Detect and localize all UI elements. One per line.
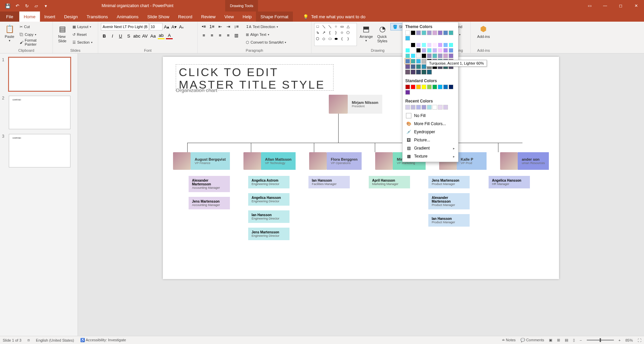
- font-size-input[interactable]: [150, 23, 163, 30]
- color-swatch[interactable]: [443, 105, 448, 110]
- linespacing-icon[interactable]: ↕≡: [233, 23, 240, 30]
- zoom-out-icon[interactable]: −: [580, 338, 582, 342]
- reset-button[interactable]: ↺Reset: [70, 31, 94, 38]
- decrease-font-icon[interactable]: A▾: [171, 23, 177, 30]
- color-swatch[interactable]: [416, 43, 421, 47]
- slide-thumbnail-2[interactable]: CONTOSO: [9, 96, 70, 129]
- numbering-icon[interactable]: 1≡: [209, 23, 215, 30]
- color-swatch[interactable]: [422, 30, 426, 35]
- color-swatch[interactable]: [405, 53, 410, 58]
- tab-insert[interactable]: Insert: [40, 12, 60, 22]
- color-swatch[interactable]: [422, 105, 426, 110]
- slide-canvas-area[interactable]: CLICK TO EDIT MASTER TITLE STYLE Organiz…: [78, 53, 644, 336]
- color-swatch[interactable]: [449, 53, 453, 58]
- smartart-button[interactable]: ⬡Convert to SmartArt▾: [244, 39, 288, 46]
- columns-icon[interactable]: ▥: [233, 32, 240, 39]
- color-swatch[interactable]: [427, 30, 432, 35]
- org-vp[interactable]: ander sonuman Resources: [500, 152, 549, 170]
- undo-icon[interactable]: ↶: [14, 3, 20, 9]
- shapes-gallery[interactable]: □＼＼○▭△ ↳↗{}☆⬠ ⬡◇⬭⬬(): [314, 23, 357, 46]
- clear-format-icon[interactable]: Aₓ: [178, 23, 185, 30]
- color-swatch[interactable]: [443, 30, 448, 35]
- org-sub-card[interactable]: Alexander MartenssonAccounting Manager: [189, 176, 230, 192]
- color-swatch[interactable]: [449, 43, 453, 47]
- color-swatch[interactable]: [427, 53, 432, 58]
- eyedropper-item[interactable]: 💉Eyedropper: [403, 128, 458, 136]
- fontcolor-icon[interactable]: A: [166, 32, 173, 39]
- color-swatch[interactable]: [427, 105, 432, 110]
- color-swatch[interactable]: [411, 105, 415, 110]
- align-center-icon[interactable]: ≡: [209, 32, 215, 39]
- normal-view-icon[interactable]: ▣: [549, 338, 552, 342]
- color-swatch[interactable]: [432, 53, 437, 58]
- picture-item[interactable]: 🖼Picture...: [403, 136, 458, 144]
- color-swatch[interactable]: [405, 30, 410, 35]
- no-fill-item[interactable]: No Fill: [403, 112, 458, 120]
- font-name-input[interactable]: [101, 23, 149, 30]
- color-swatch[interactable]: [427, 48, 432, 53]
- justify-icon[interactable]: ≡: [225, 32, 232, 39]
- increase-indent-icon[interactable]: ⇥: [225, 23, 232, 30]
- color-swatch[interactable]: [405, 43, 410, 47]
- color-swatch[interactable]: [432, 30, 437, 35]
- paste-button[interactable]: 📋Paste▾: [3, 23, 16, 43]
- sorter-view-icon[interactable]: ⊞: [557, 338, 560, 342]
- org-sub-card[interactable]: Ian HanssonFacilities Manager: [308, 176, 350, 188]
- org-sub-card[interactable]: Jens MartenssonEngineering Director: [248, 228, 289, 240]
- gradient-item[interactable]: ▨Gradient: [403, 144, 458, 152]
- color-swatch[interactable]: [422, 48, 426, 53]
- bold-icon[interactable]: B: [101, 32, 108, 39]
- tab-transitions[interactable]: Transitions: [82, 12, 112, 22]
- color-swatch[interactable]: [449, 48, 453, 53]
- tab-help[interactable]: Help: [238, 12, 256, 22]
- color-swatch[interactable]: [438, 30, 443, 35]
- color-swatch[interactable]: [427, 70, 432, 74]
- charspacing-icon[interactable]: AV: [142, 32, 148, 39]
- minimize-icon[interactable]: —: [597, 0, 613, 12]
- color-swatch[interactable]: [405, 90, 410, 95]
- org-sub-card[interactable]: Ian HanssonProduct Manager: [428, 214, 470, 227]
- text-direction-button[interactable]: ↧AText Direction▾: [244, 23, 288, 30]
- tab-shape-format[interactable]: Shape Format: [256, 12, 293, 22]
- strike-icon[interactable]: S: [125, 32, 132, 39]
- redo-icon[interactable]: ↻: [24, 3, 30, 9]
- color-swatch[interactable]: [422, 53, 426, 58]
- tell-me-search[interactable]: 💡 Tell me what you want to do: [303, 14, 365, 19]
- italic-icon[interactable]: I: [109, 32, 116, 39]
- org-sub-card[interactable]: Angelica HanssonHR Manager: [489, 176, 530, 188]
- color-swatch[interactable]: [438, 85, 443, 89]
- color-swatch[interactable]: [438, 105, 443, 110]
- slide-counter[interactable]: Slide 1 of 3: [3, 338, 21, 342]
- zoom-level[interactable]: 85%: [625, 338, 633, 342]
- quick-styles-button[interactable]: ◔Quick Styles: [375, 23, 389, 44]
- tab-design[interactable]: Design: [60, 12, 82, 22]
- spellcheck-icon[interactable]: ⧈: [27, 338, 30, 342]
- increase-font-icon[interactable]: A▴: [163, 23, 170, 30]
- new-slide-button[interactable]: ▤New Slide: [56, 23, 69, 44]
- color-swatch[interactable]: [438, 43, 443, 47]
- shadow-icon[interactable]: abc: [133, 32, 140, 39]
- close-icon[interactable]: ✕: [628, 0, 644, 12]
- maximize-icon[interactable]: ◻: [613, 0, 628, 12]
- title-placeholder[interactable]: CLICK TO EDIT MASTER TITLE STYLE: [176, 64, 334, 91]
- comments-button[interactable]: 💬 Comments: [520, 338, 544, 342]
- arrange-button[interactable]: ⬒Arrange▾: [358, 23, 374, 43]
- color-swatch[interactable]: [443, 85, 448, 89]
- color-swatch[interactable]: [416, 70, 421, 74]
- bullets-icon[interactable]: •≡: [200, 23, 207, 30]
- fit-to-window-icon[interactable]: ⛶: [638, 338, 641, 342]
- language-status[interactable]: English (United States): [36, 338, 74, 342]
- tab-file[interactable]: File: [0, 12, 19, 22]
- color-swatch[interactable]: [422, 85, 426, 89]
- color-swatch[interactable]: [427, 85, 432, 89]
- color-swatch[interactable]: [416, 85, 421, 89]
- reading-view-icon[interactable]: ▤: [565, 338, 568, 342]
- tab-record[interactable]: Record: [174, 12, 197, 22]
- color-swatch[interactable]: [405, 105, 410, 110]
- color-swatch[interactable]: [422, 59, 426, 64]
- color-swatch[interactable]: [411, 70, 415, 74]
- color-swatch[interactable]: [449, 30, 453, 35]
- changecase-icon[interactable]: Aa: [150, 32, 156, 39]
- color-swatch[interactable]: [449, 85, 453, 89]
- color-swatch[interactable]: [438, 48, 443, 53]
